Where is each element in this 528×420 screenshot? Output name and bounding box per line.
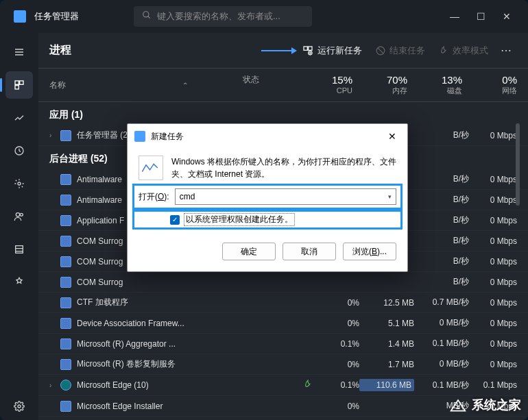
run-icon bbox=[139, 156, 163, 180]
admin-checkbox-label[interactable]: 以系统管理权限创建此任务。 bbox=[184, 213, 295, 226]
new-task-dialog: 新建任务 ✕ Windows 将根据你所键入的名称，为你打开相应的程序、文件夹、… bbox=[127, 123, 408, 272]
watermark: 系统之家 bbox=[448, 397, 521, 413]
chevron-down-icon[interactable]: ▾ bbox=[388, 193, 392, 200]
browse-button[interactable]: 浏览(B)... bbox=[343, 243, 396, 260]
dialog-close-button[interactable]: ✕ bbox=[384, 129, 400, 143]
dialog-titlebar: 新建任务 ✕ bbox=[128, 124, 407, 149]
admin-checkbox[interactable]: ✓ bbox=[170, 215, 180, 225]
dialog-overlay: 新建任务 ✕ Windows 将根据你所键入的名称，为你打开相应的程序、文件夹、… bbox=[0, 0, 528, 420]
open-combobox[interactable]: cmd ▾ bbox=[175, 188, 396, 205]
open-label: 打开(O): bbox=[139, 191, 169, 203]
dialog-icon bbox=[134, 131, 145, 142]
dialog-description: Windows 将根据你所键入的名称，为你打开相应的程序、文件夹、文档或 Int… bbox=[171, 156, 396, 180]
open-input-highlight: 打开(O): cmd ▾ bbox=[133, 184, 402, 209]
watermark-icon bbox=[448, 397, 468, 413]
open-value: cmd bbox=[180, 192, 388, 201]
admin-checkbox-highlight: ✓ 以系统管理权限创建此任务。 bbox=[133, 210, 402, 229]
dialog-title: 新建任务 bbox=[151, 131, 184, 143]
cancel-button[interactable]: 取消 bbox=[283, 243, 336, 260]
ok-button[interactable]: 确定 bbox=[222, 243, 276, 260]
